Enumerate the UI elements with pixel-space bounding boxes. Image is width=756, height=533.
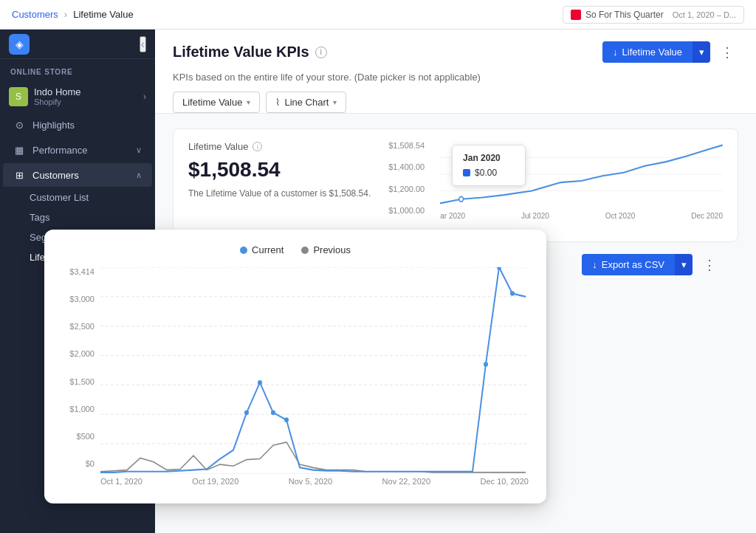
tooltip-row: $0.00	[463, 168, 515, 178]
customers-chevron: ∧	[136, 171, 142, 180]
y-label-4: $1,500	[62, 377, 94, 386]
overlay-line-chart	[100, 267, 529, 474]
performance-label: Performance	[32, 145, 128, 156]
page-title: Lifetime Value KPIs i	[173, 44, 327, 61]
breadcrumb: Customers › Lifetime Value	[12, 9, 134, 20]
title-info-icon[interactable]: i	[315, 47, 327, 58]
kpi-chart-area: $1,508.54 $1,400.00 $1,200.00 $1,000.00 …	[388, 141, 723, 230]
current-dot	[240, 247, 247, 254]
content-subtitle: KPIs based on the entire life of your st…	[173, 72, 738, 83]
customers-label: Customers	[32, 170, 128, 181]
current-label: Current	[252, 244, 284, 255]
filter-row: Lifetime Value ▾ ⌇ Line Chart ▾	[173, 92, 738, 113]
store-item[interactable]: S Indo Home Shopify ›	[0, 80, 155, 112]
tooltip-dot	[463, 169, 470, 176]
x-label-3: Dec 2020	[691, 212, 723, 220]
overlay-y-labels: $3,414 $3,000 $2,500 $2,000 $1,500 $1,00…	[62, 267, 96, 468]
x-label-1: Jul 2020	[521, 212, 549, 220]
x-label-dec10: Dec 10, 2020	[481, 477, 529, 486]
sidebar-logo: ◈	[9, 34, 30, 55]
export-csv-label: Export as CSV	[602, 259, 664, 270]
export-label: Lifetime Value	[622, 47, 682, 58]
y-label-2: $2,500	[62, 322, 94, 331]
top-bar: Customers › Lifetime Value So For This Q…	[0, 0, 756, 30]
overlay-chart-body: $3,414 $3,000 $2,500 $2,000 $1,500 $1,00…	[62, 267, 529, 486]
breadcrumb-parent[interactable]: Customers	[12, 9, 58, 20]
store-icon: S	[9, 87, 28, 106]
header-actions: ↓ Lifetime Value ▾ ⋮	[602, 41, 738, 63]
chart-legend: Current Previous	[62, 244, 529, 255]
previous-label: Previous	[313, 244, 351, 255]
y-label-1: $1,400.00	[388, 162, 425, 171]
content-header: Lifetime Value KPIs i ↓ Lifetime Value ▾…	[155, 30, 756, 114]
page-title-text: Lifetime Value KPIs	[173, 44, 309, 61]
logo-icon: ◈	[16, 38, 24, 50]
export-button-group: ↓ Lifetime Value ▾	[602, 41, 710, 63]
chart-type-label: Line Chart	[284, 97, 329, 108]
svg-point-13	[244, 410, 249, 415]
highlights-icon: ⊙	[13, 119, 25, 131]
export-csv-icon: ↓	[592, 259, 597, 270]
export-csv-button[interactable]: ↓ Export as CSV	[582, 254, 675, 275]
y-label-6: $500	[62, 432, 94, 441]
date-range-label: So For This Quarter	[585, 10, 664, 20]
performance-icon: ▦	[13, 144, 25, 156]
chart-tooltip: Jan 2020 $0.00	[452, 145, 526, 186]
legend-previous: Previous	[301, 244, 351, 255]
kpi-y-labels: $1,508.54 $1,400.00 $1,200.00 $1,000.00	[388, 141, 425, 215]
x-label-nov5: Nov 5, 2020	[289, 477, 332, 486]
x-label-nov22: Nov 22, 2020	[382, 477, 430, 486]
export-main-button[interactable]: ↓ Lifetime Value	[602, 41, 693, 63]
svg-point-16	[284, 418, 289, 422]
chart-type-filter[interactable]: ⌇ Line Chart ▾	[266, 92, 346, 113]
tooltip-value: $0.00	[475, 168, 497, 178]
performance-chevron: ∨	[136, 145, 142, 155]
export-chevron-button[interactable]: ▾	[693, 41, 710, 63]
kpi-left: Lifetime Value i $1,508.54 The Lifetime …	[188, 141, 371, 230]
svg-point-4	[459, 196, 464, 202]
y-label-bottom: $0	[62, 459, 94, 468]
sidebar-header: ◈ ‹	[0, 30, 155, 59]
previous-dot	[301, 247, 309, 254]
export-csv-group: ↓ Export as CSV ▾	[582, 254, 693, 275]
sidebar-collapse-button[interactable]: ‹	[140, 36, 146, 52]
sidebar-item-performance[interactable]: ▦ Performance ∨	[3, 138, 152, 162]
value-filter[interactable]: Lifetime Value ▾	[173, 92, 260, 113]
export-more-button[interactable]: ⋮	[698, 254, 721, 275]
export-csv-chevron[interactable]: ▾	[675, 254, 693, 275]
svg-point-19	[510, 291, 515, 295]
store-platform: Shopify	[34, 97, 137, 106]
value-filter-label: Lifetime Value	[182, 97, 242, 108]
date-range-value: Oct 1, 2020 – D...	[673, 10, 736, 19]
y-label-3: $2,000	[62, 349, 94, 358]
overlay-x-labels: Oct 1, 2020 Oct 19, 2020 Nov 5, 2020 Nov…	[100, 477, 529, 486]
more-options-button[interactable]: ⋮	[716, 43, 738, 62]
y-label-1: $3,000	[62, 295, 94, 303]
sub-nav-customer-list[interactable]: Customer List	[0, 188, 155, 207]
kpi-info-icon[interactable]: i	[252, 142, 262, 151]
sidebar-item-highlights[interactable]: ⊙ Highlights	[3, 113, 152, 137]
kpi-label-text: Lifetime Value	[188, 141, 248, 152]
kpi-description: The Lifetime Value of a customer is $1,5…	[188, 188, 371, 200]
store-info: Indo Home Shopify	[34, 86, 137, 106]
sub-nav-tags[interactable]: Tags	[0, 207, 155, 227]
y-label-5: $1,000	[62, 405, 94, 413]
tooltip-date: Jan 2020	[463, 153, 515, 163]
x-label-0: ar 2020	[440, 212, 465, 220]
date-badge[interactable]: So For This Quarter Oct 1, 2020 – D...	[563, 6, 744, 24]
x-label-oct19: Oct 19, 2020	[192, 477, 238, 486]
customers-icon: ⊞	[13, 169, 25, 181]
kpi-label: Lifetime Value i	[188, 141, 371, 152]
svg-point-17	[484, 362, 488, 366]
y-label-2: $1,200.00	[388, 185, 425, 193]
chart-type-arrow: ▾	[333, 98, 337, 106]
svg-point-14	[258, 380, 262, 385]
value-filter-arrow: ▾	[247, 98, 250, 106]
y-label-top: $3,414	[62, 267, 94, 276]
overlay-chart: Current Previous $3,414 $3,000 $2,500 $2…	[44, 230, 546, 503]
highlights-label: Highlights	[32, 120, 142, 131]
sidebar-section-label: ONLINE STORE	[0, 59, 155, 80]
kpi-x-labels: ar 2020 Jul 2020 Oct 2020 Dec 2020	[440, 212, 723, 220]
x-label-oct1: Oct 1, 2020	[100, 477, 142, 486]
sidebar-item-customers[interactable]: ⊞ Customers ∧	[3, 163, 152, 187]
